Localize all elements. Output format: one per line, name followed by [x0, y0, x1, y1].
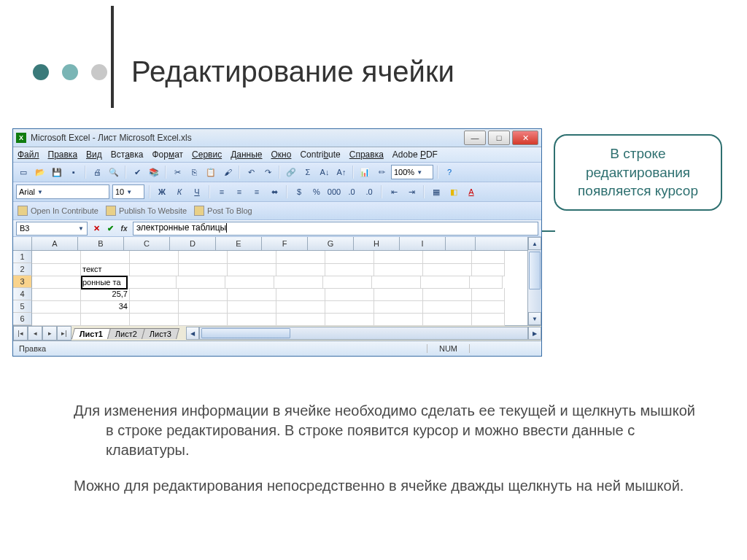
select-all-corner[interactable]	[13, 237, 32, 250]
maximize-button[interactable]: □	[488, 131, 510, 145]
scroll-up-icon[interactable]: ▲	[528, 237, 541, 250]
col-header-g[interactable]: G	[308, 237, 354, 250]
new-doc-icon[interactable]: ▭	[16, 165, 31, 179]
decrease-indent-icon[interactable]: ⇤	[387, 184, 401, 199]
permission-icon[interactable]: ▪	[66, 165, 81, 179]
menu-help[interactable]: Справка	[349, 149, 384, 160]
borders-icon[interactable]: ▦	[429, 184, 444, 199]
col-header-i[interactable]: I	[400, 237, 446, 250]
menu-view[interactable]: Вид	[86, 149, 102, 160]
merge-icon[interactable]: ⬌	[267, 184, 282, 199]
row-header[interactable]: 4	[13, 288, 32, 300]
chart-icon[interactable]: 📊	[357, 165, 372, 179]
undo-icon[interactable]: ↶	[244, 165, 258, 179]
horizontal-scrollbar[interactable]: ◀ ▶	[186, 327, 541, 340]
menu-insert[interactable]: Вставка	[111, 149, 144, 160]
comma-icon[interactable]: 000	[327, 184, 341, 199]
align-right-icon[interactable]: ≡	[249, 184, 264, 199]
redo-icon[interactable]: ↷	[260, 165, 275, 179]
scroll-left-icon[interactable]: ◀	[186, 327, 199, 340]
col-header-blank[interactable]	[446, 237, 476, 250]
save-icon[interactable]: 💾	[50, 165, 64, 179]
row-header[interactable]: 3	[13, 276, 32, 288]
drawing-icon[interactable]: ✏	[374, 165, 389, 179]
enter-icon[interactable]: ✔	[104, 222, 116, 234]
tab-next-icon[interactable]: ▸	[42, 326, 57, 341]
cell-b4[interactable]: 25,7	[81, 288, 130, 301]
publish-website-button[interactable]: Publish To Website	[106, 206, 187, 216]
name-box[interactable]: B3▼	[16, 222, 88, 236]
increase-indent-icon[interactable]: ⇥	[404, 184, 419, 199]
zoom-combo[interactable]: 100%▼	[391, 165, 433, 179]
open-contribute-button[interactable]: Open In Contribute	[18, 206, 98, 216]
font-size-combo[interactable]: 10▼	[112, 184, 144, 199]
menu-format[interactable]: Формат	[152, 149, 183, 160]
align-center-icon[interactable]: ≡	[232, 184, 247, 199]
col-header-b[interactable]: B	[78, 237, 124, 250]
decrease-decimal-icon[interactable]: .0	[362, 184, 376, 199]
bold-icon[interactable]: Ж	[155, 184, 169, 199]
vertical-scrollbar[interactable]: ▲ ▼	[527, 237, 541, 325]
row-header[interactable]: 1	[13, 251, 32, 263]
sort-desc-icon[interactable]: A↑	[334, 165, 349, 179]
minimize-button[interactable]: —	[464, 131, 486, 145]
format-painter-icon[interactable]: 🖌	[220, 165, 235, 179]
sheet-tab-1[interactable]: Лист1	[71, 328, 111, 339]
excel-window: X Microsoft Excel - Лист Microsoft Excel…	[12, 128, 542, 357]
menu-edit[interactable]: Правка	[48, 149, 78, 160]
copy-icon[interactable]: ⎘	[187, 165, 201, 179]
cancel-icon[interactable]: ✕	[90, 222, 102, 234]
tab-first-icon[interactable]: |◂	[13, 326, 28, 341]
italic-icon[interactable]: К	[172, 184, 187, 199]
open-icon[interactable]: 📂	[33, 165, 47, 179]
post-blog-button[interactable]: Post To Blog	[194, 206, 252, 216]
autosum-icon[interactable]: Σ	[301, 165, 315, 179]
titlebar[interactable]: X Microsoft Excel - Лист Microsoft Excel…	[13, 129, 541, 147]
sheet-tab-3[interactable]: Лист3	[142, 328, 179, 339]
scroll-right-icon[interactable]: ▶	[528, 327, 541, 340]
font-name-combo[interactable]: Arial▼	[16, 184, 109, 199]
menu-data[interactable]: Данные	[231, 149, 262, 160]
currency-icon[interactable]: $	[292, 184, 306, 199]
col-header-f[interactable]: F	[262, 237, 308, 250]
cell-b2[interactable]: текст	[81, 263, 130, 276]
col-header-h[interactable]: H	[354, 237, 400, 250]
menu-adobe[interactable]: Adobe PDF	[392, 149, 438, 160]
paste-icon[interactable]: 📋	[204, 165, 218, 179]
col-header-c[interactable]: C	[124, 237, 170, 250]
sheet-tab-2[interactable]: Лист2	[107, 328, 145, 339]
preview-icon[interactable]: 🔍	[107, 165, 121, 179]
menu-file[interactable]: Файл	[18, 149, 39, 160]
cell-b5[interactable]: 34	[81, 300, 130, 314]
cut-icon[interactable]: ✂	[170, 165, 185, 179]
col-header-d[interactable]: D	[170, 237, 216, 250]
menu-contribute[interactable]: Contribute	[300, 149, 340, 160]
underline-icon[interactable]: Ч	[190, 184, 204, 199]
hyperlink-icon[interactable]: 🔗	[284, 165, 298, 179]
fx-icon[interactable]: fx	[118, 222, 130, 234]
percent-icon[interactable]: %	[309, 184, 324, 199]
menu-window[interactable]: Окно	[271, 149, 292, 160]
help-icon[interactable]: ?	[442, 165, 457, 179]
scroll-thumb-h[interactable]	[201, 328, 290, 338]
formula-input[interactable]: электронные таблицы	[133, 222, 538, 236]
research-icon[interactable]: 📚	[147, 165, 161, 179]
row-header[interactable]: 2	[13, 263, 32, 276]
scroll-down-icon[interactable]: ▼	[528, 312, 541, 325]
font-color-icon[interactable]: A	[464, 184, 479, 199]
col-header-a[interactable]: A	[32, 237, 78, 250]
scroll-thumb-v[interactable]	[529, 252, 541, 289]
fill-color-icon[interactable]: ◧	[446, 184, 461, 199]
col-header-e[interactable]: E	[216, 237, 262, 250]
row-header[interactable]: 5	[13, 300, 32, 313]
tab-prev-icon[interactable]: ◂	[28, 326, 42, 341]
increase-decimal-icon[interactable]: .0	[344, 184, 359, 199]
tab-last-icon[interactable]: ▸|	[57, 326, 71, 341]
menu-tools[interactable]: Сервис	[192, 149, 222, 160]
close-button[interactable]: ✕	[512, 131, 538, 145]
align-left-icon[interactable]: ≡	[214, 184, 229, 199]
spell-icon[interactable]: ✔	[130, 165, 144, 179]
row-header[interactable]: 6	[13, 313, 32, 325]
sort-asc-icon[interactable]: A↓	[317, 165, 332, 179]
print-icon[interactable]: 🖨	[90, 165, 104, 179]
